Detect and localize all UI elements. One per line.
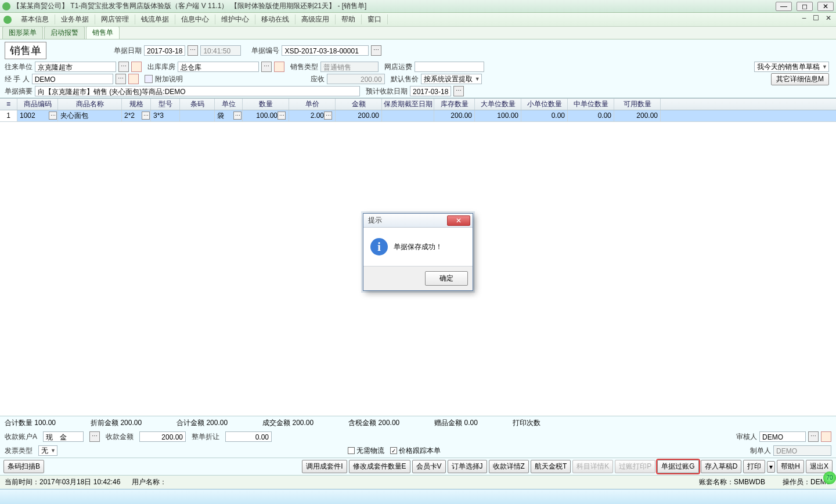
modal-overlay: 提示 ✕ i 单据保存成功！ 确定 [0, 0, 836, 39]
